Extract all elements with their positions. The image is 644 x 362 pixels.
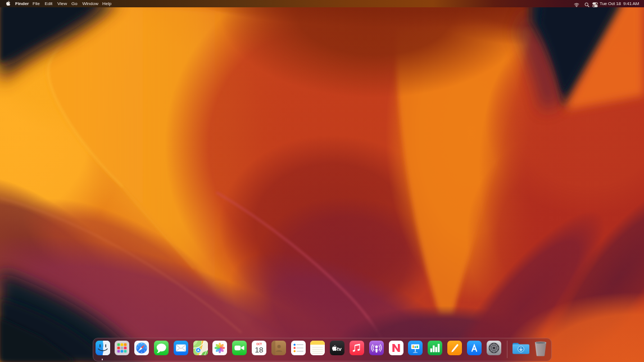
svg-text:18: 18 bbox=[255, 346, 263, 355]
svg-text:tv: tv bbox=[337, 346, 342, 352]
